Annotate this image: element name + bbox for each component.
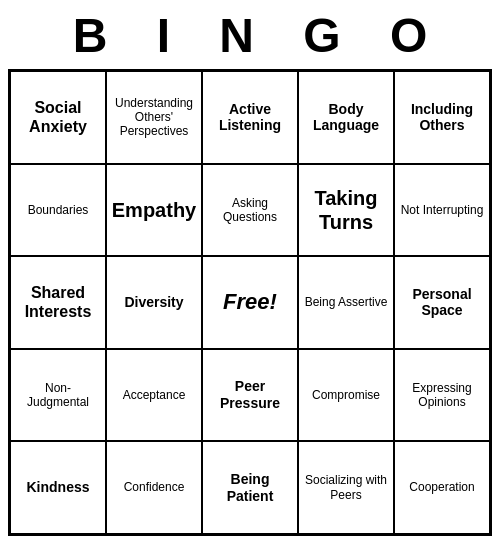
bingo-cell-0: Social Anxiety bbox=[10, 71, 106, 164]
bingo-cell-11: Diversity bbox=[106, 256, 202, 349]
bingo-cell-3: Body Language bbox=[298, 71, 394, 164]
bingo-cell-21: Confidence bbox=[106, 441, 202, 534]
bingo-cell-20: Kindness bbox=[10, 441, 106, 534]
bingo-cell-9: Not Interrupting bbox=[394, 164, 490, 257]
bingo-cell-18: Compromise bbox=[298, 349, 394, 442]
bingo-title: B I N G O bbox=[55, 8, 446, 63]
bingo-cell-24: Cooperation bbox=[394, 441, 490, 534]
bingo-cell-22: Being Patient bbox=[202, 441, 298, 534]
bingo-cell-1: Understanding Others' Perspectives bbox=[106, 71, 202, 164]
bingo-cell-14: Personal Space bbox=[394, 256, 490, 349]
bingo-cell-13: Being Assertive bbox=[298, 256, 394, 349]
bingo-grid: Social AnxietyUnderstanding Others' Pers… bbox=[8, 69, 492, 536]
bingo-cell-2: Active Listening bbox=[202, 71, 298, 164]
bingo-cell-8: Taking Turns bbox=[298, 164, 394, 257]
bingo-cell-16: Acceptance bbox=[106, 349, 202, 442]
bingo-cell-7: Asking Questions bbox=[202, 164, 298, 257]
bingo-cell-12: Free! bbox=[202, 256, 298, 349]
bingo-cell-15: Non-Judgmental bbox=[10, 349, 106, 442]
bingo-cell-6: Empathy bbox=[106, 164, 202, 257]
bingo-cell-19: Expressing Opinions bbox=[394, 349, 490, 442]
bingo-cell-17: Peer Pressure bbox=[202, 349, 298, 442]
bingo-cell-5: Boundaries bbox=[10, 164, 106, 257]
bingo-cell-23: Socializing with Peers bbox=[298, 441, 394, 534]
bingo-cell-10: Shared Interests bbox=[10, 256, 106, 349]
bingo-cell-4: Including Others bbox=[394, 71, 490, 164]
